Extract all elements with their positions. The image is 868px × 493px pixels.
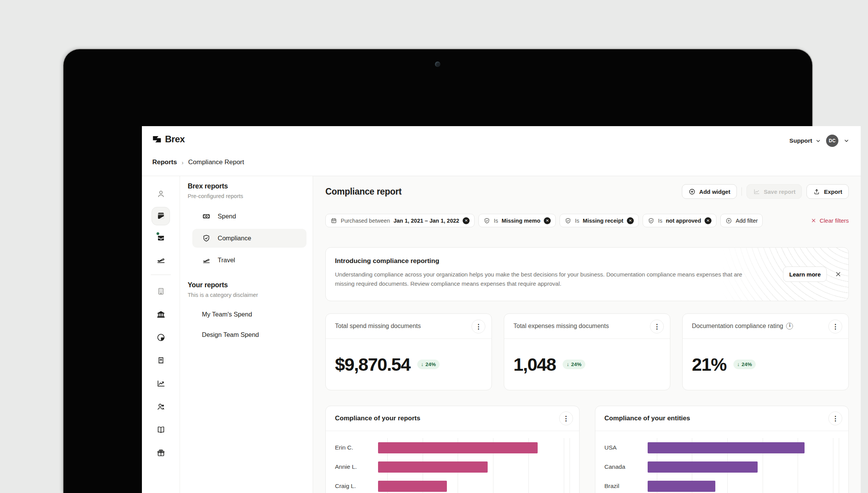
- rail-item-wallet[interactable]: [152, 205, 170, 227]
- stat-card-total-spend: Total spend missing documents ⋮ $9,870.5…: [325, 313, 492, 390]
- kebab-menu-button[interactable]: ⋮: [559, 411, 573, 425]
- bar-erin[interactable]: [378, 442, 538, 453]
- shield-check-icon: [202, 234, 211, 243]
- category-label: Erin C.: [335, 444, 378, 451]
- laptop-frame: Brex Support DC Reports › Compliance Rep…: [63, 49, 812, 493]
- rail-item-trend[interactable]: [156, 372, 166, 395]
- rail-divider: [151, 275, 171, 275]
- sidebar-section-title: Your reports: [188, 281, 307, 289]
- banner-body: Understanding compliance across your org…: [335, 270, 752, 288]
- bar-canada[interactable]: [648, 461, 758, 473]
- bar-brazil[interactable]: [648, 481, 716, 492]
- chart-line-icon: [753, 188, 760, 195]
- kebab-menu-button[interactable]: ⋮: [828, 411, 842, 425]
- rail-item-book[interactable]: [156, 418, 166, 441]
- rail-item-bank[interactable]: [156, 303, 166, 326]
- webcam-dot: [435, 62, 440, 67]
- support-menu[interactable]: Support: [790, 137, 821, 144]
- remove-filter-icon[interactable]: ✕: [627, 217, 634, 224]
- learn-more-button[interactable]: Learn more: [783, 266, 827, 282]
- bar-usa[interactable]: [648, 442, 805, 453]
- avatar[interactable]: DC: [826, 135, 838, 147]
- banknote-icon: [202, 212, 211, 221]
- rail-item-building[interactable]: [156, 280, 166, 303]
- book-icon: [156, 425, 166, 435]
- delta-badge: ↓24%: [417, 360, 440, 369]
- rail-item-receipt[interactable]: [156, 349, 166, 372]
- gift-icon: [156, 448, 166, 458]
- sidebar-item-label: Travel: [218, 256, 235, 264]
- sidebar-section-subtitle: Pre-configured reports: [188, 193, 307, 199]
- chevron-down-icon: [815, 138, 821, 144]
- category-label: Canada: [605, 463, 648, 470]
- kebab-menu-button[interactable]: ⋮: [828, 320, 842, 333]
- shield-check-icon: [483, 217, 490, 224]
- chart-row: Canada: [605, 457, 833, 476]
- add-widget-button[interactable]: Add widget: [682, 184, 737, 199]
- trend-line-icon: [156, 379, 166, 388]
- breadcrumb-separator: ›: [182, 159, 183, 166]
- sidebar-item-spend[interactable]: Spend: [192, 207, 307, 226]
- breadcrumb-reports[interactable]: Reports: [152, 158, 177, 166]
- plus-circle-icon: [725, 217, 732, 224]
- clear-filters-button[interactable]: Clear filters: [811, 217, 849, 224]
- add-filter-button[interactable]: Add filter: [720, 214, 763, 227]
- chart-title: Compliance of your reports: [335, 415, 420, 422]
- chart-row: Annie L.: [335, 457, 564, 476]
- shield-check-icon: [565, 217, 571, 224]
- export-icon: [813, 188, 820, 195]
- stat-title: Total expenses missing documents: [513, 320, 609, 330]
- shield-check-icon: [648, 217, 655, 224]
- remove-filter-icon[interactable]: ✕: [705, 217, 711, 224]
- sidebar-item-design-team-spend[interactable]: Design Team Spend: [192, 326, 307, 343]
- filter-chip-date[interactable]: Purchased between Jan 1, 2021 – Jan 1, 2…: [325, 214, 475, 227]
- kebab-menu-button[interactable]: ⋮: [650, 320, 664, 333]
- banner-close-icon[interactable]: [835, 271, 842, 278]
- icon-rail: [142, 176, 180, 493]
- rail-item-inbox[interactable]: [156, 227, 166, 249]
- stat-card-compliance-rating: Documentation compliance rating i ⋮ 21% …: [682, 313, 849, 390]
- info-icon[interactable]: i: [786, 323, 793, 330]
- sidebar-item-compliance[interactable]: Compliance: [192, 229, 307, 248]
- sidebar-item-my-teams-spend[interactable]: My Team's Spend: [192, 306, 307, 323]
- plane-icon: [202, 256, 211, 265]
- stat-value: 1,048: [513, 354, 556, 375]
- arrow-down-icon: ↓: [566, 361, 569, 367]
- page-title: Compliance report: [325, 187, 402, 197]
- sidebar-item-label: Compliance: [218, 235, 251, 242]
- delta-badge: ↓24%: [733, 360, 756, 369]
- remove-filter-icon[interactable]: ✕: [463, 217, 470, 224]
- filter-chip-missing-receipt[interactable]: Is Missing receipt ✕: [560, 214, 639, 227]
- sidebar-section-subtitle: This is a category disclaimer: [188, 292, 307, 298]
- chart-row: Brazil: [605, 476, 833, 493]
- person-icon: [156, 189, 166, 199]
- filter-bar: Purchased between Jan 1, 2021 – Jan 1, 2…: [325, 214, 849, 227]
- account-chevron-down-icon[interactable]: [843, 137, 850, 144]
- wallet-icon: [156, 211, 166, 221]
- arrow-down-icon: ↓: [421, 361, 424, 367]
- bar-craig[interactable]: [378, 481, 447, 492]
- rail-item-person[interactable]: [156, 183, 166, 205]
- delta-badge: ↓24%: [563, 360, 585, 369]
- remove-filter-icon[interactable]: ✕: [544, 217, 551, 224]
- filter-chip-not-approved[interactable]: Is not approved ✕: [643, 214, 716, 227]
- stat-value: $9,870.54: [335, 354, 410, 375]
- rail-item-gift[interactable]: [156, 441, 166, 464]
- sidebar-item-travel[interactable]: Travel: [192, 251, 307, 270]
- sidebar-item-label: My Team's Spend: [202, 311, 252, 318]
- intro-banner: Introducing compliance reporting Underst…: [325, 247, 849, 301]
- kebab-menu-button[interactable]: ⋮: [471, 320, 485, 333]
- filter-chip-missing-memo[interactable]: Is Missing memo ✕: [478, 214, 556, 227]
- rail-active-highlight: [152, 207, 170, 225]
- notification-dot: [156, 232, 160, 235]
- brex-logo-icon: [152, 134, 162, 144]
- chart-card-reports: Compliance of your reports ⋮ Erin C.: [325, 406, 580, 493]
- export-button[interactable]: Export: [806, 184, 849, 199]
- rail-item-pie[interactable]: [156, 326, 166, 349]
- rail-item-team[interactable]: [156, 395, 166, 418]
- bar-annie[interactable]: [378, 461, 488, 473]
- banner-title: Introducing compliance reporting: [335, 257, 752, 265]
- rail-item-travel[interactable]: [156, 249, 166, 271]
- arrow-down-icon: ↓: [737, 361, 740, 367]
- save-report-button[interactable]: Save report: [746, 184, 802, 199]
